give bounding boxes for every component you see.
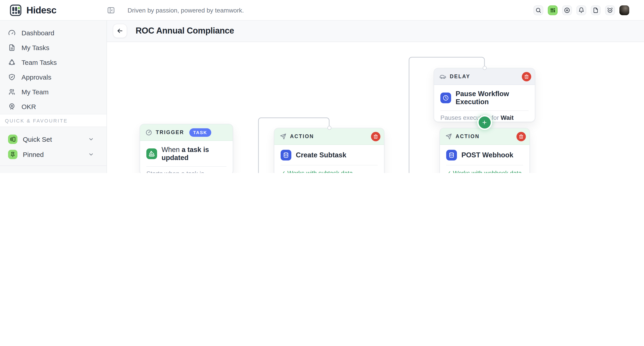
trash-icon (519, 134, 524, 139)
target-icon (8, 103, 16, 110)
plus-circle-icon (564, 7, 570, 13)
sidebar-item-team-tasks[interactable]: Team Tasks (0, 55, 106, 70)
delete-node-button[interactable] (522, 72, 531, 81)
workflow-canvas[interactable]: TRIGGER TASK When a task is updated Star… (107, 42, 644, 173)
apps-grid-button[interactable] (548, 5, 558, 15)
node-action-header: ACTION (440, 128, 530, 145)
documents-button[interactable] (591, 5, 600, 15)
check-icon: ✓ (280, 170, 286, 173)
app-name: Hidesc (26, 5, 56, 15)
sidebar: Dashboard My Tasks Team Tasks (0, 20, 107, 173)
node-type-label: ACTION (456, 134, 480, 139)
search-button[interactable] (534, 5, 543, 15)
topbar: Hidesc Driven by passion, powered by tea… (0, 0, 644, 20)
delete-node-button[interactable] (516, 132, 526, 141)
page-header: ROC Annual Compliance (107, 20, 644, 42)
alarm-check-icon (607, 7, 613, 13)
sidebar-item-label: My Tasks (22, 44, 49, 51)
circle-gauge-icon (146, 129, 152, 136)
team-cycle-icon (8, 59, 16, 66)
node-title: Create Subtask (296, 151, 346, 159)
add-step-button[interactable]: + (478, 116, 490, 129)
sidebar-collapse-button[interactable] (107, 6, 115, 14)
user-avatar[interactable] (620, 5, 629, 15)
node-description: Starts when a task is updated (146, 170, 226, 173)
connector-handle (482, 66, 486, 70)
section-quick-favourite: QUICK & FAVOURITE (0, 114, 106, 127)
sidebar-item-okr[interactable]: OKR (0, 99, 106, 114)
node-body: When a task is updated Starts when a tas… (140, 141, 233, 173)
node-capability: ✓ Works with webhook data (446, 170, 523, 173)
node-action-header: ACTION (274, 128, 384, 145)
car-icon (440, 73, 446, 80)
sidebar-item-my-team[interactable]: My Team (0, 84, 106, 99)
sidebar-item-dashboard[interactable]: Dashboard (0, 25, 106, 40)
sidebar-item-messages[interactable]: Messages (0, 170, 106, 173)
node-trigger-header: TRIGGER TASK (140, 124, 233, 141)
file-icon (592, 7, 599, 13)
quick-item-label: Pinned (23, 151, 44, 158)
node-create-subtask[interactable]: ACTION Create Subtask (274, 128, 384, 173)
users-icon (8, 88, 16, 96)
delete-node-button[interactable] (371, 132, 380, 141)
notifications-button[interactable] (576, 5, 586, 15)
page-title: ROC Annual Compliance (136, 26, 234, 36)
sidebar-item-label: OKR (22, 103, 36, 110)
gauge-icon (8, 29, 16, 37)
node-capability: ✓ Works with subtask data (280, 170, 378, 173)
back-button[interactable] (113, 24, 127, 38)
app-logo-icon (10, 4, 22, 16)
app-window: Hidesc Driven by passion, powered by tea… (0, 0, 644, 173)
node-title: Pause Workflow Execution (456, 90, 528, 106)
brand: Hidesc (0, 4, 107, 16)
node-trigger[interactable]: TRIGGER TASK When a task is updated Star… (140, 124, 233, 173)
node-type-label: DELAY (450, 74, 470, 79)
node-title: POST Webhook (462, 151, 513, 159)
chevron-down-icon[interactable] (88, 151, 94, 157)
node-type-label: TRIGGER (156, 130, 184, 135)
clock-icon (440, 93, 451, 103)
node-body: POST Webhook ✓ Works with webhook data C… (440, 145, 530, 173)
quick-item-label: Quick Set (23, 135, 52, 143)
trash-icon (373, 134, 378, 139)
reminders-button[interactable] (605, 5, 615, 15)
add-button[interactable] (562, 5, 572, 15)
node-post-webhook[interactable]: ACTION POST Webhook (440, 128, 530, 173)
node-delay[interactable]: DELAY Pause Workflow Ex (434, 68, 535, 122)
sidebar-item-pinned[interactable]: Pinned (0, 147, 106, 162)
chevron-down-icon[interactable] (88, 136, 94, 142)
file-text-icon (8, 44, 16, 51)
connector-handle (327, 126, 332, 130)
sidebar-divider (0, 166, 106, 166)
database-icon (446, 150, 457, 161)
sidebar-item-approvals[interactable]: Approvals (0, 70, 106, 84)
trigger-task-badge: TASK (189, 128, 211, 137)
pin-icon (8, 150, 18, 159)
send-icon (280, 133, 286, 140)
node-title: When a task is updated (162, 146, 226, 162)
sidebar-item-label: Approvals (22, 73, 51, 81)
panel-left-close-icon (107, 6, 115, 14)
quick-list: Quick Set Pinned (0, 127, 106, 162)
sidebar-item-quick-set[interactable]: Quick Set (0, 131, 106, 147)
database-icon (280, 150, 291, 161)
node-body: Create Subtask ✓ Works with subtask data… (274, 145, 384, 173)
send-icon (445, 133, 452, 140)
topbar-actions (534, 5, 644, 15)
tagline: Driven by passion, powered by teamwork. (128, 6, 244, 14)
search-icon (535, 7, 542, 13)
sidebar-nav: Dashboard My Tasks Team Tasks (0, 20, 106, 114)
sailboat-icon (146, 149, 157, 159)
trash-icon (524, 74, 529, 79)
check-icon: ✓ (446, 170, 451, 173)
apps-grid-icon (550, 7, 556, 13)
arrow-left-icon (116, 27, 124, 34)
quick-set-icon (8, 134, 18, 144)
shield-check-icon (8, 73, 16, 81)
sidebar-item-label: My Team (22, 88, 48, 96)
bell-icon (578, 7, 584, 13)
sidebar-item-my-tasks[interactable]: My Tasks (0, 40, 106, 55)
node-type-label: ACTION (290, 134, 314, 139)
sidebar-item-label: Team Tasks (22, 59, 57, 66)
node-delay-header: DELAY (434, 68, 535, 85)
